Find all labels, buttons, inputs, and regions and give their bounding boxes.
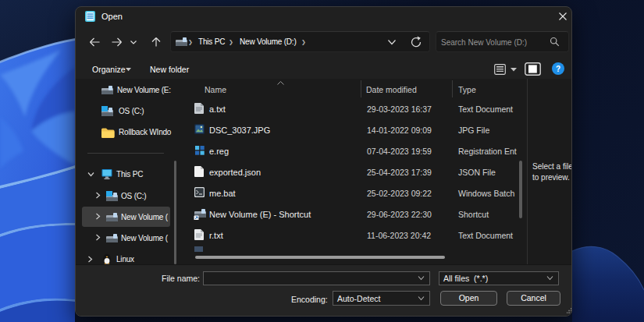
- svg-text:?: ?: [556, 65, 560, 73]
